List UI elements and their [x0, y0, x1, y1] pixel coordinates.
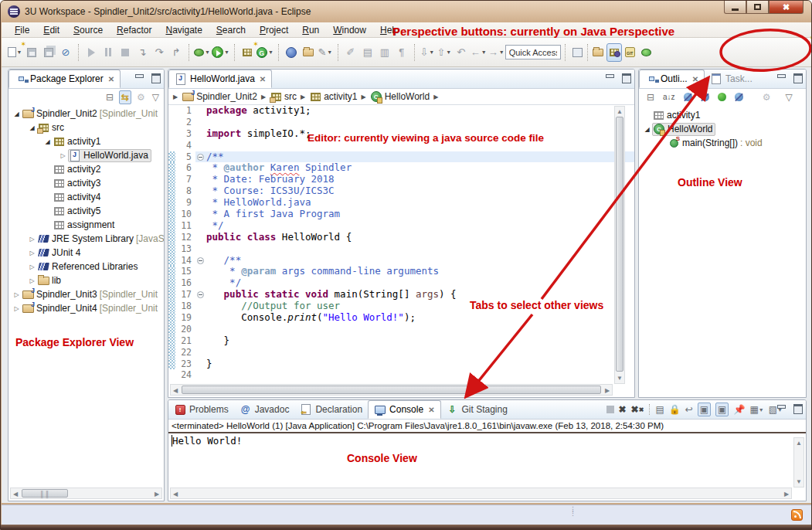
step-into-button[interactable]: ↴ — [134, 44, 151, 61]
console-vertical-scrollbar[interactable]: ▲ ▼ — [793, 437, 804, 488]
expander-icon[interactable]: ▷ — [12, 305, 22, 312]
pe-item-activity3[interactable]: activity3 — [8, 176, 164, 190]
resource-perspective-button[interactable] — [589, 43, 606, 62]
collapse-all-icon[interactable]: ⊟ — [104, 90, 115, 104]
breadcrumb-spindler-unit2[interactable]: Spindler_Unit2 — [182, 91, 257, 103]
run-button[interactable]: ▼ — [211, 44, 230, 61]
suspend-button[interactable] — [100, 44, 117, 61]
new-java-project-button[interactable]: ✶ — [239, 44, 256, 61]
fold-collapse-icon[interactable] — [197, 154, 204, 161]
show-console-stdout-icon[interactable]: ▣ — [698, 403, 711, 416]
tab-git-staging[interactable]: Git Staging — [441, 400, 513, 419]
outline-item-main-string[interactable]: main(String[]) : void — [639, 136, 806, 150]
pe-item-activity1[interactable]: ◢activity1 — [8, 134, 164, 148]
expander-icon[interactable]: ◢ — [642, 126, 652, 133]
code-line-10[interactable]: 10 * A first Java Program — [168, 209, 634, 220]
step-return-button[interactable]: ↱ — [168, 44, 185, 61]
pe-item-helloworld-java[interactable]: ▷HelloWorld.java — [8, 148, 164, 162]
link-with-editor-icon[interactable]: ⇆ — [119, 90, 131, 104]
scroll-lock-icon[interactable]: 🔒 — [669, 404, 681, 415]
show-console-stderr-icon[interactable]: ▣ — [715, 403, 729, 416]
last-edit-location-button[interactable]: ↶ — [453, 44, 470, 61]
minimize-view-icon[interactable] — [776, 73, 787, 82]
resume-button[interactable] — [83, 44, 100, 61]
collapse-all-icon[interactable]: ⊟ — [645, 90, 656, 104]
code-line-8[interactable]: 8 * Course: ICS3U/ICS3C — [168, 185, 634, 197]
code-editor[interactable]: 1package activity1;23import simpleIO.*;4… — [168, 105, 634, 381]
code-line-12[interactable]: 12public class HelloWorld { — [168, 232, 634, 243]
hide-fields-icon[interactable] — [682, 90, 694, 104]
menu-refactor[interactable]: Refactor — [110, 23, 158, 37]
breadcrumb[interactable]: ▶Spindler_Unit2▶src▶activity1▶HelloWorld… — [168, 89, 634, 105]
minimize-view-icon[interactable] — [776, 404, 787, 413]
hide-local-types-icon[interactable] — [733, 90, 745, 104]
code-line-7[interactable]: 7 * Date: February 2018 — [168, 174, 634, 185]
remove-all-terminated-icon[interactable]: ✖✖ — [631, 404, 644, 415]
open-task-button[interactable]: ▤ — [359, 44, 376, 61]
code-line-24[interactable]: 24 — [168, 369, 634, 381]
news-feed-icon[interactable] — [791, 509, 803, 521]
step-over-button[interactable]: ↷ — [151, 44, 168, 61]
expander-icon[interactable]: ◢ — [27, 124, 37, 131]
maximize-view-icon[interactable] — [621, 73, 631, 82]
java-search-button[interactable]: ✎▼ — [317, 44, 334, 61]
open-perspective-button[interactable]: ✶ — [569, 43, 586, 62]
outline-item-helloworld[interactable]: ◢HelloWorld — [639, 122, 806, 136]
hide-non-public-icon[interactable] — [716, 90, 728, 104]
expander-icon[interactable]: ▷ — [58, 152, 68, 159]
editor-vertical-scrollbar[interactable]: ▲ ▼ — [614, 106, 625, 384]
sash-handle[interactable]: ⋮⋮ — [569, 508, 576, 515]
code-line-15[interactable]: 15 * @param args command-line arguments — [168, 266, 634, 277]
show-source-button[interactable]: ▥ — [376, 44, 393, 61]
expander-icon[interactable]: ◢ — [42, 138, 53, 145]
external-tools-button[interactable]: ✐ — [342, 44, 359, 61]
tab-problems[interactable]: Problems — [168, 400, 234, 419]
code-line-11[interactable]: 11 */ — [168, 220, 634, 232]
open-resource-button[interactable] — [300, 44, 317, 61]
save-all-button[interactable] — [40, 44, 57, 61]
view-dropdown-icon[interactable]: ▽ — [783, 90, 793, 104]
save-button[interactable] — [23, 44, 40, 61]
word-wrap-icon[interactable]: ↩ — [685, 404, 693, 415]
menu-file[interactable]: File — [8, 23, 36, 37]
expander-icon[interactable]: ▷ — [27, 236, 37, 243]
terminate-button[interactable] — [117, 44, 134, 61]
maximize-view-icon[interactable] — [793, 73, 803, 82]
pe-item-spindler-unit2[interactable]: ◢Spindler_Unit2 [Spindler_Unit — [8, 107, 164, 121]
java-perspective-button[interactable] — [606, 43, 622, 62]
debug-perspective-button[interactable] — [638, 43, 654, 62]
pe-item-assignment[interactable]: assignment — [8, 218, 164, 232]
git-perspective-button[interactable]: GIT — [622, 43, 638, 62]
menu-navigate[interactable]: Navigate — [158, 23, 209, 37]
pe-item-lib[interactable]: ▷lib — [8, 273, 164, 287]
maximize-view-icon[interactable] — [151, 73, 161, 82]
pe-horizontal-scrollbar[interactable]: ◀ ▶ ║║ — [10, 488, 162, 499]
pe-item-spindler-unit3[interactable]: ▷Spindler_Unit3 [Spindler_Unit — [8, 287, 164, 301]
tab-helloworld-java[interactable]: HelloWorld.java ✕ — [168, 70, 272, 88]
code-line-16[interactable]: 16 */ — [168, 277, 634, 289]
pin-console-icon[interactable]: 📌 — [733, 404, 745, 415]
tab-package-explorer[interactable]: Package Explorer ✕ — [8, 70, 121, 88]
code-line-14[interactable]: 14 /** — [168, 255, 634, 267]
hide-static-members-icon[interactable] — [699, 90, 711, 104]
view-menu-icon[interactable]: ⚙ — [761, 90, 773, 104]
quick-access-input[interactable] — [505, 45, 561, 59]
pe-item-referenced-libraries[interactable]: ▷Referenced Libraries — [8, 260, 164, 273]
expander-icon[interactable]: ▷ — [27, 250, 37, 257]
menu-project[interactable]: Project — [253, 23, 295, 37]
expander-icon[interactable]: ▷ — [27, 263, 37, 270]
minimize-view-icon[interactable] — [134, 73, 144, 82]
expander-icon[interactable]: ◢ — [12, 110, 22, 117]
console-horizontal-scrollbar[interactable]: ◀ ▶ — [170, 488, 792, 499]
tab-task-list[interactable]: Task... — [705, 70, 758, 88]
minimize-button[interactable] — [724, 1, 746, 14]
code-line-2[interactable]: 2 — [168, 117, 634, 128]
tab-outline[interactable]: Outli... ✕ — [639, 70, 705, 88]
code-line-23[interactable]: 23} — [168, 358, 634, 370]
coverage-button[interactable]: G▼ — [256, 44, 274, 61]
restore-button[interactable] — [746, 1, 769, 14]
close-tab-icon[interactable]: ✕ — [692, 75, 698, 83]
code-line-19[interactable]: 19 Console.print("Hello World!"); — [168, 312, 634, 324]
next-annotation-button[interactable]: ⇩▼ — [419, 44, 436, 61]
code-line-21[interactable]: 21 } — [168, 335, 634, 347]
